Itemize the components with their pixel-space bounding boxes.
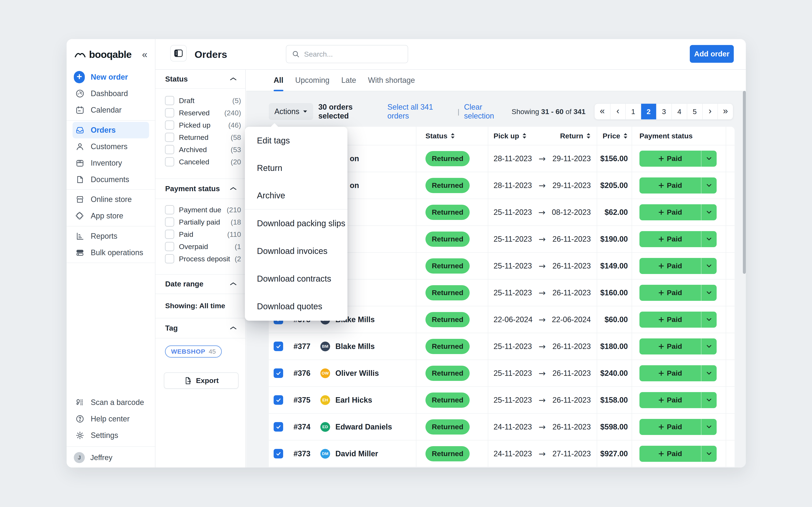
payment-status-button[interactable]: Paid	[640, 231, 717, 247]
checkbox-unchecked[interactable]	[165, 242, 174, 251]
add-order-button[interactable]: Add order	[690, 45, 734, 63]
payment-filter-option[interactable]: Partially paid (18	[155, 216, 245, 228]
payment-status-button[interactable]: Paid	[640, 285, 717, 301]
table-row[interactable]: #373 DM David Miller Returned 24-11-2023…	[269, 441, 734, 467]
payment-status-button[interactable]: Paid	[640, 365, 717, 381]
payment-dropdown-toggle[interactable]	[701, 231, 717, 247]
sidebar-item-online-store[interactable]: Online store	[72, 191, 149, 208]
payment-status-button[interactable]: Paid	[640, 151, 717, 167]
user-menu[interactable]: J Jeffrey	[67, 448, 155, 467]
payment-filter-option[interactable]: Paid (110	[155, 228, 245, 240]
add-payment-paid[interactable]: Paid	[640, 419, 701, 435]
status-filter-option[interactable]: Picked up (46)	[155, 119, 245, 131]
window-scrollbar-thumb[interactable]	[743, 91, 746, 274]
checkbox-unchecked[interactable]	[165, 205, 174, 214]
sort-icon[interactable]	[623, 133, 628, 139]
sidebar-item-inventory[interactable]: Inventory	[72, 155, 149, 171]
tab[interactable]: All	[273, 70, 283, 91]
menu-item[interactable]: Download packing slips	[245, 210, 347, 237]
menu-item[interactable]: Download invoices	[245, 237, 347, 265]
filter-section-status[interactable]: Status	[155, 70, 245, 88]
clear-selection-link[interactable]: Clear selection	[464, 103, 512, 120]
filter-section-date-range[interactable]: Date range	[155, 274, 245, 294]
checkbox-unchecked[interactable]	[165, 254, 174, 264]
table-row[interactable]: #374 ED Edward Daniels Returned 24-11-20…	[269, 414, 734, 441]
payment-dropdown-toggle[interactable]	[701, 312, 717, 328]
menu-item[interactable]: Download contracts	[245, 265, 347, 293]
payment-dropdown-toggle[interactable]	[701, 151, 717, 167]
collapse-sidebar-icon[interactable]: «	[142, 49, 147, 59]
tag-webshop-pill[interactable]: WEBSHOP 45	[165, 345, 222, 358]
checkbox-unchecked[interactable]	[165, 230, 174, 239]
row-checkbox-checked[interactable]	[273, 422, 283, 432]
sidebar-item-bulk-operations[interactable]: Bulk operations	[72, 244, 149, 261]
page-button[interactable]: 1	[625, 104, 641, 119]
checkbox-unchecked[interactable]	[165, 145, 174, 154]
row-checkbox-checked[interactable]	[273, 449, 283, 458]
page-button[interactable]: ‹	[610, 104, 625, 119]
sidebar-item-dashboard[interactable]: Dashboard	[72, 86, 149, 102]
page-button[interactable]: 5	[687, 104, 702, 119]
menu-item[interactable]: Download quotes	[245, 293, 347, 320]
export-button[interactable]: Export	[164, 373, 239, 389]
status-filter-option[interactable]: Archived (53	[155, 144, 245, 156]
payment-filter-option[interactable]: Process deposit (2	[155, 252, 245, 265]
status-filter-option[interactable]: Returned (58	[155, 131, 245, 144]
menu-item[interactable]: Archive	[245, 182, 347, 209]
payment-dropdown-toggle[interactable]	[701, 446, 717, 462]
table-row[interactable]: #375 EH Earl Hicks Returned 25-11-2023 →…	[269, 387, 734, 414]
add-payment-paid[interactable]: Paid	[640, 204, 701, 220]
column-pickup[interactable]: Pick up	[494, 132, 527, 140]
select-all-link[interactable]: Select all 341 orders	[388, 103, 453, 120]
search-input[interactable]: Search...	[286, 45, 408, 63]
status-filter-option[interactable]: Reserved (240)	[155, 107, 245, 119]
sort-icon[interactable]	[586, 133, 591, 139]
payment-dropdown-toggle[interactable]	[701, 419, 717, 435]
payment-status-button[interactable]: Paid	[640, 177, 717, 193]
add-payment-paid[interactable]: Paid	[640, 258, 701, 274]
checkbox-unchecked[interactable]	[165, 217, 174, 227]
page-button[interactable]: 3	[656, 104, 672, 119]
sidebar-item-documents[interactable]: Documents	[72, 171, 149, 188]
payment-status-button[interactable]: Paid	[640, 392, 717, 408]
menu-item[interactable]: Return	[245, 154, 347, 182]
column-return[interactable]: Return	[560, 132, 591, 140]
sidebar-item-scan-barcode[interactable]: Scan a barcode	[72, 394, 149, 411]
column-price[interactable]: Price	[597, 127, 632, 145]
payment-status-button[interactable]: Paid	[640, 204, 717, 220]
checkbox-unchecked[interactable]	[165, 133, 174, 142]
sidebar-item-reports[interactable]: Reports	[72, 228, 149, 244]
date-range-value[interactable]: Showing: All time	[165, 302, 225, 310]
payment-dropdown-toggle[interactable]	[701, 258, 717, 274]
checkbox-unchecked[interactable]	[165, 120, 174, 130]
payment-dropdown-toggle[interactable]	[701, 204, 717, 220]
sort-icon[interactable]	[450, 133, 455, 139]
menu-item[interactable]: Edit tags	[245, 127, 347, 154]
table-row[interactable]: #377 BM Blake Mills Returned 25-11-2023 …	[269, 333, 734, 360]
add-payment-paid[interactable]: Paid	[640, 365, 701, 381]
payment-status-button[interactable]: Paid	[640, 258, 717, 274]
payment-dropdown-toggle[interactable]	[701, 285, 717, 301]
sidebar-item-orders[interactable]: Orders	[72, 122, 149, 138]
page-button[interactable]: »	[717, 104, 733, 119]
filter-section-tag[interactable]: Tag	[155, 318, 245, 338]
sidebar-item-new-order[interactable]: New order	[72, 69, 149, 86]
add-payment-paid[interactable]: Paid	[640, 312, 701, 328]
payment-filter-option[interactable]: Payment due (210	[155, 204, 245, 216]
page-button[interactable]: ›	[702, 104, 718, 119]
status-filter-option[interactable]: Canceled (20	[155, 156, 245, 168]
row-checkbox-checked[interactable]	[273, 395, 283, 405]
tab[interactable]: Upcoming	[295, 70, 329, 91]
status-filter-option[interactable]: Draft (5)	[155, 95, 245, 107]
sidebar-item-help-center[interactable]: Help center	[72, 411, 149, 427]
add-payment-paid[interactable]: Paid	[640, 151, 701, 167]
filter-section-payment-status[interactable]: Payment status	[155, 178, 245, 199]
payment-status-button[interactable]: Paid	[640, 419, 717, 435]
payment-status-button[interactable]: Paid	[640, 312, 717, 328]
payment-dropdown-toggle[interactable]	[701, 392, 717, 408]
page-button[interactable]: 4	[671, 104, 687, 119]
payment-status-button[interactable]: Paid	[640, 446, 717, 462]
payment-dropdown-toggle[interactable]	[701, 177, 717, 193]
column-status[interactable]: Status	[416, 127, 488, 145]
checkbox-unchecked[interactable]	[165, 157, 174, 166]
